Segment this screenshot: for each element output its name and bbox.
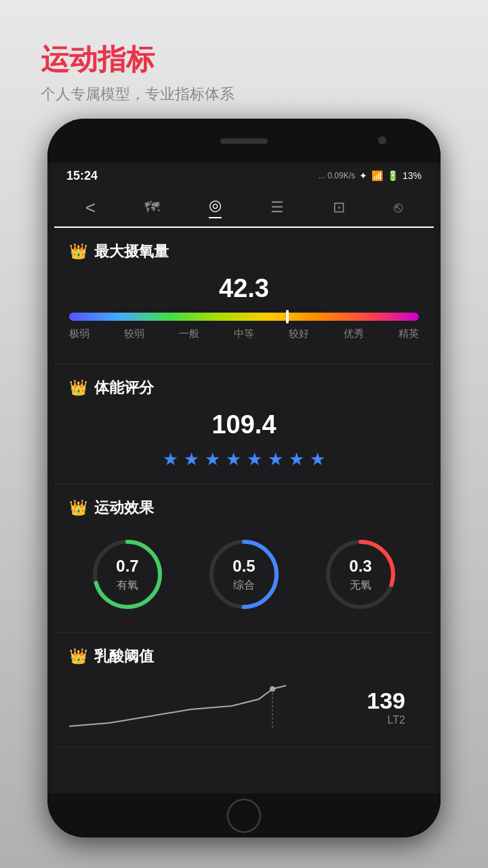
rainbow-bar — [69, 313, 419, 321]
bluetooth-icon: ✦ — [359, 170, 367, 181]
map-icon[interactable]: 🗺 — [144, 199, 159, 216]
wifi-icon: 📶 — [371, 170, 383, 181]
share-icon[interactable]: ⎋ — [394, 199, 403, 216]
lactate-section: 👑 乳酸阈值 139 LT2 — [54, 633, 434, 747]
phone-bezel-top — [47, 119, 441, 163]
star-5: ★ — [247, 449, 262, 470]
exercise-label: 运动效果 — [94, 498, 154, 518]
comprehensive-circle-inner: 0.5 综合 — [207, 537, 281, 612]
aerobic-circle-canvas: 0.7 有氧 — [90, 537, 165, 612]
comprehensive-label: 综合 — [233, 578, 255, 593]
search-icon[interactable]: ⊡ — [333, 199, 345, 216]
fitness-title-row: 👑 体能评分 — [69, 378, 419, 398]
vo2max-section: 👑 最大摄氧量 42.3 极弱 较弱 一般 中等 较好 优秀 精英 — [54, 228, 434, 364]
stars-row: ★ ★ ★ ★ ★ ★ ★ ★ — [69, 449, 419, 470]
comprehensive-circle-item: 0.5 综合 — [207, 537, 281, 612]
star-4: ★ — [226, 449, 241, 470]
label-jiaohao: 较好 — [289, 328, 309, 340]
label-youxiu: 优秀 — [344, 328, 364, 340]
label-jiruo: 极弱 — [69, 328, 89, 340]
rainbow-indicator — [286, 310, 289, 323]
label-jiaoruo: 较弱 — [124, 328, 144, 340]
page-title: 运动指标 — [41, 41, 235, 79]
star-6: ★ — [268, 449, 283, 470]
fitness-section: 👑 体能评分 109.4 ★ ★ ★ ★ ★ ★ ★ ★ — [54, 364, 434, 484]
crown-icon-fitness: 👑 — [69, 379, 87, 397]
fitness-label: 体能评分 — [94, 378, 154, 398]
comprehensive-value: 0.5 — [232, 557, 255, 576]
star-3: ★ — [205, 449, 220, 470]
phone-frame: 15:24 ... 0.09K/s ✦ 📶 🔋 13% < 🗺 ◎ ☰ ⊡ ⎋ … — [47, 119, 441, 837]
front-camera — [378, 136, 386, 144]
circles-row: 0.7 有氧 0.5 — [69, 530, 419, 618]
aerobic-circle-item: 0.7 有氧 — [90, 537, 165, 612]
crown-icon-vo2: 👑 — [69, 243, 87, 260]
lactate-value: 139 — [367, 688, 412, 714]
vo2max-title-row: 👑 最大摄氧量 — [69, 241, 419, 262]
content-area[interactable]: 👑 最大摄氧量 42.3 极弱 较弱 一般 中等 较好 优秀 精英 — [54, 228, 434, 793]
label-zhongdeng: 中等 — [234, 328, 254, 340]
vo2max-label: 最大摄氧量 — [94, 241, 169, 262]
anaerobic-circle-inner: 0.3 无氧 — [323, 537, 398, 612]
back-button[interactable]: < — [85, 197, 96, 218]
phone-bezel-bottom — [47, 793, 441, 837]
lactate-title-row: 👑 乳酸阈值 — [69, 646, 419, 667]
lactate-value-container: 139 LT2 — [367, 688, 412, 726]
crown-icon-exercise: 👑 — [69, 499, 87, 517]
crown-icon-lactate: 👑 — [69, 648, 87, 665]
anaerobic-label: 无氧 — [350, 578, 371, 593]
label-jingying: 精英 — [399, 328, 419, 340]
status-right: ... 0.09K/s ✦ 📶 🔋 13% — [319, 170, 422, 181]
home-button[interactable] — [227, 799, 261, 833]
status-time: 15:24 — [66, 169, 98, 183]
battery-icon: 🔋 — [387, 170, 399, 181]
lactate-sublabel: LT2 — [367, 714, 412, 726]
exercise-effect-section: 👑 运动效果 0.7 有氧 — [54, 484, 434, 633]
list-icon[interactable]: ☰ — [270, 199, 284, 216]
comprehensive-circle-canvas: 0.5 综合 — [207, 537, 281, 612]
fitness-value: 109.4 — [69, 410, 419, 439]
label-yiban: 一般 — [179, 328, 199, 340]
aerobic-circle-inner: 0.7 有氧 — [90, 537, 165, 612]
vo2max-value: 42.3 — [69, 274, 419, 303]
page-subtitle: 个人专属模型，专业指标体系 — [41, 84, 235, 104]
star-7: ★ — [289, 449, 304, 470]
rainbow-bar-container: 极弱 较弱 一般 中等 较好 优秀 精英 — [69, 313, 419, 340]
aerobic-value: 0.7 — [116, 557, 138, 576]
battery-percent: 13% — [403, 170, 422, 181]
lactate-label: 乳酸阈值 — [94, 646, 154, 667]
nav-bar: < 🗺 ◎ ☰ ⊡ ⎋ — [54, 189, 434, 228]
lactate-chart: 139 LT2 — [69, 679, 419, 733]
rainbow-labels: 极弱 较弱 一般 中等 较好 优秀 精英 — [69, 328, 419, 340]
status-bar: 15:24 ... 0.09K/s ✦ 📶 🔋 13% — [54, 163, 434, 189]
anaerobic-circle-canvas: 0.3 无氧 — [323, 537, 398, 612]
star-2: ★ — [184, 449, 199, 470]
anaerobic-value: 0.3 — [349, 557, 371, 576]
star-1: ★ — [163, 449, 178, 470]
dashboard-icon[interactable]: ◎ — [209, 197, 222, 218]
exercise-title-row: 👑 运动效果 — [69, 498, 419, 518]
star-8: ★ — [310, 449, 325, 470]
aerobic-label: 有氧 — [117, 578, 138, 593]
screen: 15:24 ... 0.09K/s ✦ 📶 🔋 13% < 🗺 ◎ ☰ ⊡ ⎋ … — [54, 163, 434, 793]
network-indicator: ... 0.09K/s — [319, 171, 355, 180]
top-section: 运动指标 个人专属模型，专业指标体系 — [41, 41, 235, 104]
speaker — [220, 138, 268, 144]
anaerobic-circle-item: 0.3 无氧 — [323, 537, 398, 612]
